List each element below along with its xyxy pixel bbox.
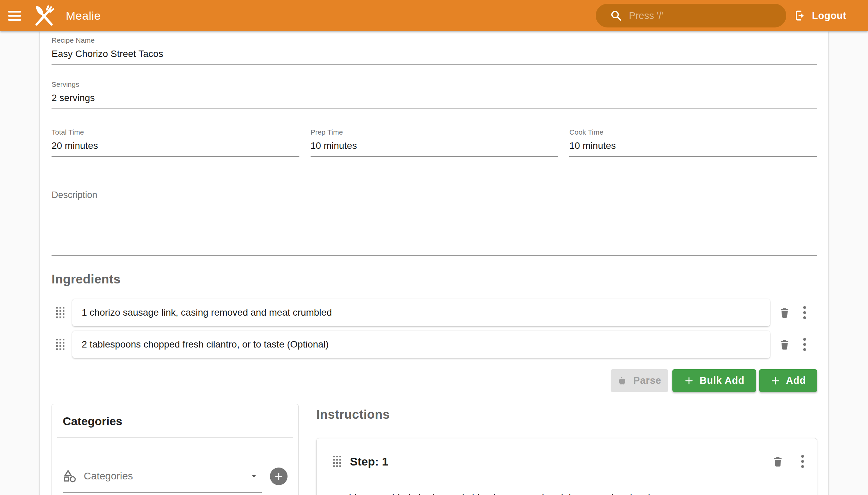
- description-field: Description: [52, 189, 817, 256]
- total-time-label: Total Time: [52, 128, 300, 137]
- plus-icon: [770, 376, 781, 386]
- kebab-menu-icon: [803, 337, 806, 352]
- add-category-button[interactable]: [270, 467, 288, 485]
- drag-handle[interactable]: [333, 456, 341, 467]
- bulk-add-button[interactable]: Bulk Add: [673, 369, 756, 392]
- drag-dots-icon: [56, 307, 64, 318]
- ingredients-heading: Ingredients: [52, 272, 817, 287]
- plus-icon: [274, 471, 284, 481]
- ingredients-actions: Parse Bulk Add Add: [52, 369, 817, 392]
- categories-select-row: Categories: [63, 467, 288, 494]
- total-time-input[interactable]: [52, 139, 300, 153]
- search-input[interactable]: [629, 10, 778, 21]
- logout-label: Logout: [812, 10, 846, 21]
- trash-icon: [779, 307, 790, 318]
- parse-label: Parse: [633, 375, 661, 386]
- logout-button[interactable]: Logout: [794, 9, 846, 22]
- hamburger-menu-button[interactable]: [8, 7, 24, 24]
- drag-dots-icon: [56, 339, 64, 350]
- divider: [57, 437, 293, 438]
- ingredient-input[interactable]: [82, 339, 761, 350]
- kebab-menu-icon: [803, 305, 806, 320]
- description-textarea[interactable]: [52, 201, 817, 252]
- chevron-down-icon: [250, 472, 258, 480]
- delete-step-button[interactable]: [772, 454, 784, 469]
- categories-card: Categories Categories: [52, 404, 299, 495]
- servings-field: Servings: [52, 80, 817, 109]
- categories-card-title: Categories: [63, 414, 288, 428]
- recipe-name-input[interactable]: [52, 47, 817, 61]
- cook-time-input[interactable]: [569, 139, 817, 153]
- add-ingredient-button[interactable]: Add: [759, 369, 817, 392]
- shapes-category-icon: [63, 469, 77, 483]
- kebab-menu-icon: [801, 454, 804, 469]
- recipe-name-label: Recipe Name: [52, 36, 817, 45]
- app-title: Mealie: [66, 9, 101, 22]
- app-bar: Mealie Logout: [0, 0, 868, 31]
- recipe-name-field: Recipe Name: [52, 33, 817, 65]
- lower-columns: Categories Categories: [52, 404, 817, 495]
- instructions-column: Instructions Step: 1: [316, 404, 817, 495]
- drag-handle[interactable]: [56, 307, 64, 318]
- drag-dots-icon: [333, 456, 341, 467]
- ingredient-card: [72, 331, 770, 358]
- drag-handle[interactable]: [56, 339, 64, 350]
- ingredient-menu-button[interactable]: [801, 305, 809, 320]
- instructions-heading: Instructions: [316, 407, 817, 422]
- step-card: Step: 1 Combine crumbled chorizo and chi…: [316, 438, 817, 495]
- prep-time-label: Prep Time: [310, 128, 558, 137]
- step-title: Step: 1: [350, 455, 388, 468]
- trash-icon: [772, 456, 784, 467]
- plus-icon: [684, 376, 694, 386]
- cook-time-label: Cook Time: [569, 128, 817, 137]
- hamburger-icon: [8, 11, 21, 13]
- step-header: Step: 1: [328, 454, 806, 469]
- bulk-add-label: Bulk Add: [699, 375, 745, 386]
- prep-time-input[interactable]: [310, 139, 558, 153]
- categories-select[interactable]: Categories: [63, 469, 262, 493]
- add-label: Add: [786, 375, 806, 386]
- apple-icon: [617, 376, 628, 386]
- description-label: Description: [52, 189, 817, 201]
- delete-ingredient-button[interactable]: [779, 337, 790, 352]
- parse-button[interactable]: Parse: [611, 369, 668, 392]
- search-icon: [610, 10, 622, 22]
- ingredient-menu-button[interactable]: [801, 337, 809, 352]
- ingredient-input[interactable]: [82, 307, 761, 318]
- delete-ingredient-button[interactable]: [779, 305, 790, 320]
- logout-icon: [794, 9, 806, 22]
- search-bar[interactable]: [596, 4, 786, 28]
- mealie-logo: [32, 3, 56, 28]
- total-time-field: Total Time: [52, 128, 300, 157]
- servings-label: Servings: [52, 80, 817, 89]
- categories-select-label: Categories: [84, 470, 133, 482]
- prep-time-field: Prep Time: [310, 128, 558, 157]
- crossed-silverware-icon: [33, 4, 55, 27]
- ingredient-row: [52, 331, 817, 358]
- trash-icon: [779, 339, 790, 350]
- times-row: Total Time Prep Time Cook Time: [52, 128, 817, 157]
- recipe-editor-sheet: Recipe Name Servings Total Time Prep Tim…: [40, 31, 828, 495]
- ingredient-card: [72, 299, 770, 326]
- cook-time-field: Cook Time: [569, 128, 817, 157]
- step-text[interactable]: Combine crumbled chorizo and chipotle pe…: [328, 491, 806, 495]
- step-menu-button[interactable]: [799, 454, 806, 469]
- servings-input[interactable]: [52, 91, 817, 105]
- ingredient-row: [52, 299, 817, 326]
